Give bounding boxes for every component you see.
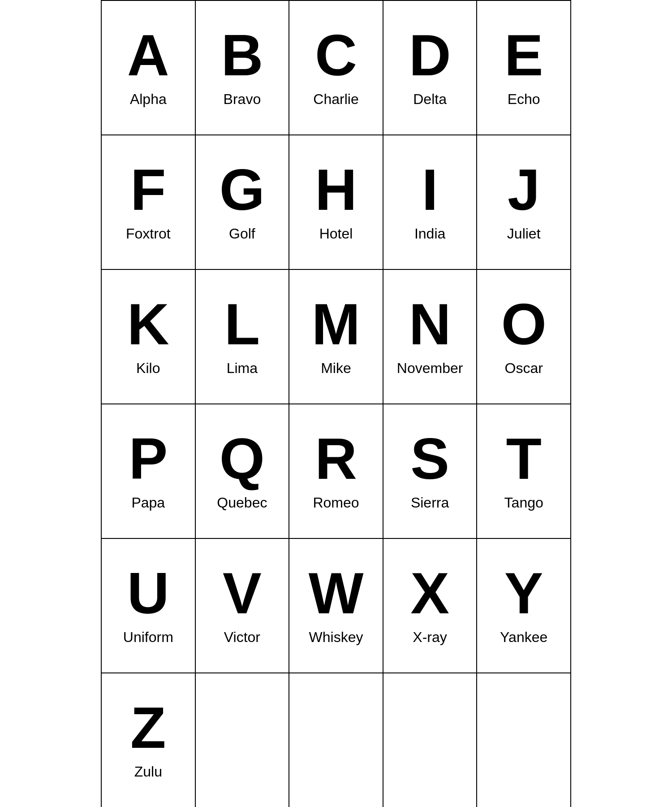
letter-q: Q	[220, 427, 265, 491]
cell-x: XX-ray	[383, 539, 478, 673]
empty-cell-1	[196, 673, 290, 807]
cell-w: WWhiskey	[289, 539, 383, 673]
word-november: November	[397, 360, 463, 377]
letter-z: Z	[130, 696, 166, 760]
cell-p: PPapa	[102, 404, 196, 539]
letter-u: U	[127, 561, 169, 625]
letter-j: J	[508, 158, 540, 222]
letter-c: C	[315, 23, 357, 87]
word-oscar: Oscar	[505, 360, 543, 377]
letter-e: E	[504, 23, 543, 87]
letter-v: V	[223, 561, 262, 625]
letter-k: K	[127, 292, 169, 356]
word-zulu: Zulu	[134, 764, 162, 780]
letter-w: W	[309, 561, 364, 625]
cell-o: OOscar	[477, 270, 571, 404]
letter-l: L	[224, 292, 260, 356]
letter-x: X	[410, 561, 449, 625]
word-juliet: Juliet	[507, 226, 541, 242]
cell-f: FFoxtrot	[102, 135, 196, 270]
word-quebec: Quebec	[217, 495, 267, 511]
phonetic-alphabet-grid: AAlphaBBravoCCharlieDDeltaEEchoFFoxtrotG…	[101, 0, 571, 807]
empty-cell-4	[477, 673, 571, 807]
cell-q: QQuebec	[196, 404, 290, 539]
word-charlie: Charlie	[313, 91, 358, 108]
word-uniform: Uniform	[123, 629, 173, 646]
letter-s: S	[410, 427, 449, 491]
word-sierra: Sierra	[411, 495, 449, 511]
cell-m: MMike	[289, 270, 383, 404]
word-lima: Lima	[227, 360, 258, 377]
word-mike: Mike	[321, 360, 351, 377]
letter-a: A	[127, 23, 169, 87]
cell-u: UUniform	[102, 539, 196, 673]
cell-r: RRomeo	[289, 404, 383, 539]
letter-t: T	[506, 427, 541, 491]
cell-b: BBravo	[196, 1, 290, 135]
cell-a: AAlpha	[102, 1, 196, 135]
cell-z: ZZulu	[102, 673, 196, 807]
word-papa: Papa	[131, 495, 165, 511]
cell-e: EEcho	[477, 1, 571, 135]
letter-i: I	[422, 158, 438, 222]
empty-cell-3	[383, 673, 478, 807]
cell-g: GGolf	[196, 135, 290, 270]
word-romeo: Romeo	[313, 495, 359, 511]
word-xray: X-ray	[413, 629, 447, 646]
letter-b: B	[221, 23, 263, 87]
letter-h: H	[315, 158, 357, 222]
letter-p: P	[129, 427, 168, 491]
word-alpha: Alpha	[130, 91, 167, 108]
letter-y: Y	[504, 561, 543, 625]
word-tango: Tango	[504, 495, 543, 511]
word-whiskey: Whiskey	[309, 629, 363, 646]
word-golf: Golf	[229, 226, 255, 242]
word-india: India	[414, 226, 445, 242]
word-foxtrot: Foxtrot	[126, 226, 171, 242]
word-victor: Victor	[224, 629, 260, 646]
cell-s: SSierra	[383, 404, 478, 539]
word-kilo: Kilo	[136, 360, 160, 377]
word-hotel: Hotel	[319, 226, 353, 242]
cell-n: NNovember	[383, 270, 478, 404]
letter-o: O	[501, 292, 547, 356]
cell-y: YYankee	[477, 539, 571, 673]
cell-v: VVictor	[196, 539, 290, 673]
letter-f: F	[130, 158, 166, 222]
cell-c: CCharlie	[289, 1, 383, 135]
word-echo: Echo	[508, 91, 540, 108]
cell-i: IIndia	[383, 135, 478, 270]
word-bravo: Bravo	[224, 91, 261, 108]
cell-t: TTango	[477, 404, 571, 539]
cell-k: KKilo	[102, 270, 196, 404]
letter-g: G	[220, 158, 265, 222]
cell-d: DDelta	[383, 1, 478, 135]
cell-j: JJuliet	[477, 135, 571, 270]
letter-r: R	[315, 427, 357, 491]
word-yankee: Yankee	[500, 629, 547, 646]
cell-l: LLima	[196, 270, 290, 404]
letter-d: D	[409, 23, 451, 87]
word-delta: Delta	[413, 91, 447, 108]
cell-h: HHotel	[289, 135, 383, 270]
empty-cell-2	[289, 673, 383, 807]
letter-n: N	[409, 292, 451, 356]
letter-m: M	[312, 292, 360, 356]
